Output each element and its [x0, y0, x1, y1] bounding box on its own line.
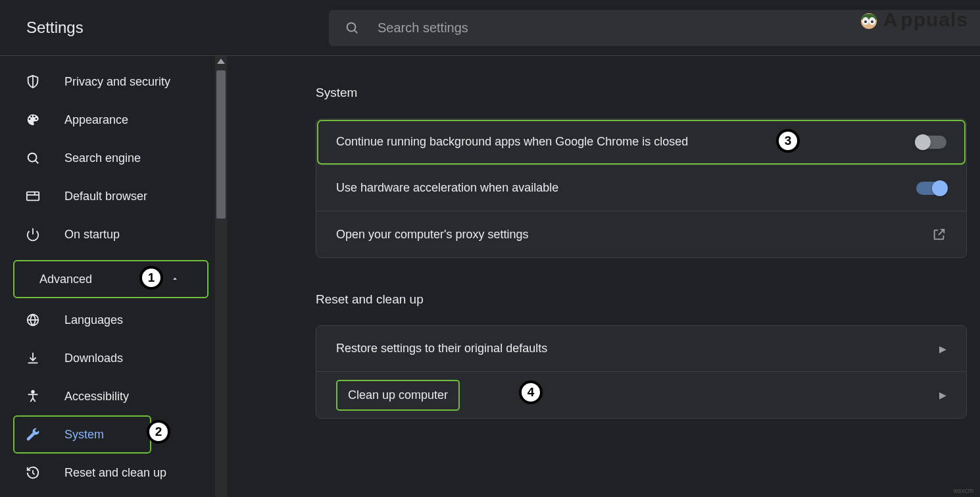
globe-icon [25, 312, 41, 328]
watermark-text-a: A [883, 9, 898, 31]
sidebar-item-label: System [64, 428, 104, 442]
window-icon [25, 188, 41, 204]
svg-point-17 [864, 20, 867, 23]
svg-point-0 [347, 23, 356, 32]
sidebar-item-privacy[interactable]: Privacy and security [0, 63, 227, 101]
row-restore-defaults[interactable]: Restore settings to their original defau… [316, 326, 966, 372]
sidebar-item-label: Privacy and security [64, 75, 170, 89]
row-label: Continue running background apps when Go… [336, 135, 688, 149]
sidebar: Privacy and security Appearance Search e… [0, 56, 227, 497]
sidebar-item-label: Downloads [64, 352, 123, 365]
chevron-right-icon: ▶ [939, 390, 946, 400]
row-label: Restore settings to their original defau… [336, 342, 547, 355]
row-background-apps[interactable]: Continue running background apps when Go… [316, 119, 966, 165]
reset-card: Restore settings to their original defau… [316, 325, 967, 419]
section-title-reset: Reset and clean up [316, 292, 967, 307]
sidebar-item-languages[interactable]: Languages [0, 301, 227, 339]
svg-line-13 [33, 473, 35, 475]
chevron-up-icon [170, 273, 180, 286]
sidebar-item-label: Search engine [64, 151, 141, 165]
svg-point-11 [32, 390, 34, 393]
sidebar-item-appearance[interactable]: Appearance [0, 101, 227, 139]
toggle-hardware-accel[interactable] [916, 182, 946, 195]
sidebar-item-system[interactable]: System [13, 415, 151, 454]
sidebar-item-label: Default browser [64, 190, 147, 203]
row-hardware-accel[interactable]: Use hardware acceleration when available [316, 165, 966, 211]
sidebar-item-label: Accessibility [64, 390, 129, 404]
annotation-callout-3: 3 [776, 129, 800, 153]
sidebar-item-downloads[interactable]: Downloads [0, 339, 227, 377]
sidebar-advanced-label: Advanced [39, 273, 92, 286]
annotation-callout-1: 1 [139, 266, 163, 290]
sidebar-item-search-engine[interactable]: Search engine [0, 139, 227, 177]
scrollbar-thumb[interactable] [216, 70, 226, 219]
download-icon [25, 350, 41, 366]
sidebar-item-accessibility[interactable]: Accessibility [0, 377, 227, 415]
row-label: Open your computer's proxy settings [336, 228, 529, 242]
toggle-background-apps[interactable] [916, 136, 946, 149]
sidebar-item-label: Reset and clean up [64, 466, 166, 480]
watermark: Appuals [857, 8, 968, 32]
search-icon [345, 20, 359, 35]
annotation-callout-4: 4 [519, 380, 543, 404]
power-icon [25, 226, 41, 242]
sidebar-item-label: Appearance [64, 113, 128, 127]
watermark-text-rest: ppuals [900, 9, 968, 31]
sidebar-item-on-startup[interactable]: On startup [0, 215, 227, 253]
restore-icon [25, 465, 41, 481]
sidebar-item-reset[interactable]: Reset and clean up [0, 454, 227, 492]
svg-line-3 [36, 161, 38, 163]
wrench-icon [25, 427, 41, 442]
sidebar-item-default-browser[interactable]: Default browser [0, 177, 227, 215]
open-external-icon [932, 227, 946, 242]
palette-icon [25, 112, 41, 128]
search-icon [25, 150, 41, 166]
page-title: Settings [0, 18, 329, 37]
annotation-callout-2: 2 [147, 420, 170, 444]
row-cleanup-computer[interactable]: Clean up computer ▶ [316, 372, 966, 418]
chevron-right-icon: ▶ [939, 344, 946, 354]
accessibility-icon [25, 388, 41, 404]
row-proxy-settings[interactable]: Open your computer's proxy settings [316, 211, 966, 257]
svg-point-2 [28, 153, 37, 162]
svg-line-1 [355, 30, 357, 33]
corner-credit: wsxcm [953, 487, 973, 494]
row-label: Clean up computer [348, 388, 448, 402]
row-label: Use hardware acceleration when available [336, 181, 558, 195]
sidebar-scrollbar[interactable] [215, 56, 227, 497]
sidebar-advanced-toggle[interactable]: Advanced [13, 260, 208, 298]
shield-icon [25, 74, 41, 90]
svg-rect-4 [27, 192, 39, 201]
section-title-system: System [316, 86, 967, 100]
svg-point-18 [871, 20, 873, 23]
watermark-logo-icon [857, 8, 881, 32]
sidebar-item-label: Languages [64, 313, 123, 327]
sidebar-item-label: On startup [64, 228, 120, 242]
scroll-up-icon[interactable] [217, 59, 225, 64]
system-card: Continue running background apps when Go… [316, 118, 967, 258]
